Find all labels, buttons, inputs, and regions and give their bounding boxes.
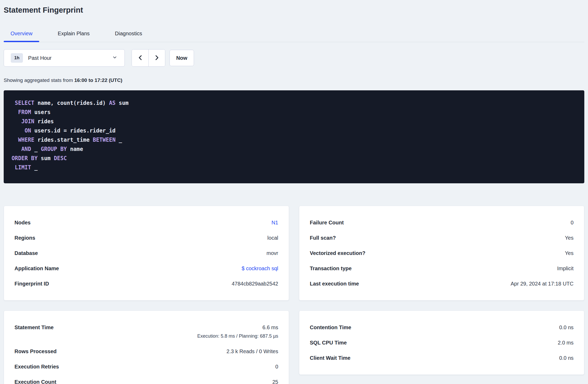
sql-line: SELECT name, count(rides.id) AS sum	[12, 99, 576, 108]
next-time-button[interactable]	[148, 50, 165, 66]
sql-keyword: WHERE	[18, 137, 34, 143]
sql-keyword: LIMIT	[15, 164, 31, 171]
wait-time-card: Contention Time0.0 nsSQL CPU Time2.0 msC…	[299, 311, 584, 375]
sql-token: rides	[34, 118, 54, 125]
stat-value: 2.0 ms	[558, 339, 574, 346]
time-range-badge: 1h	[11, 53, 23, 63]
sql-token: sum	[38, 155, 54, 161]
stat-label: Transaction type	[310, 265, 358, 272]
stat-label: Last execution time	[310, 280, 365, 287]
sql-line: FROM users	[12, 108, 576, 117]
tab-explain-plans[interactable]: Explain Plans	[51, 27, 96, 42]
stat-value: Yes	[565, 235, 574, 241]
time-range-label: Past Hour	[28, 55, 112, 61]
stat-value-link[interactable]: $ cockroach sql	[242, 265, 278, 272]
stat-label: Nodes	[14, 219, 37, 226]
stat-value: Yes	[565, 250, 574, 256]
sql-token	[12, 118, 21, 125]
stat-label: Fingerprint ID	[14, 280, 55, 287]
stat-row: Execution Count25	[14, 374, 278, 384]
sql-statement-box: SELECT name, count(rides.id) AS sum FROM…	[4, 90, 584, 183]
stat-label: Failure Count	[310, 219, 350, 226]
time-controls: 1h Past Hour	[4, 49, 584, 67]
sql-keyword: AS	[109, 100, 116, 106]
sql-token	[12, 146, 21, 152]
sql-keyword: AND	[21, 146, 31, 152]
stat-row: Rows Processed2.3 k Reads / 0 Writes	[14, 344, 278, 359]
time-pager	[132, 49, 165, 67]
stat-row: Execution Retries0	[14, 359, 278, 374]
tab-bar: OverviewExplain PlansDiagnostics	[4, 27, 584, 42]
stat-value: Apr 29, 2024 at 17:18 UTC	[511, 280, 574, 287]
stat-row: Failure Count0	[310, 215, 574, 230]
stat-row: Vectorized execution?Yes	[310, 245, 574, 261]
stat-value: 0.0 ns	[559, 324, 574, 331]
sql-keyword: FROM	[18, 109, 31, 115]
stat-row: Fingerprint ID4784cb829aab2542	[14, 276, 278, 291]
chevron-right-icon	[154, 55, 160, 62]
stat-label: Contention Time	[310, 324, 357, 331]
stat-row: Full scan?Yes	[310, 230, 574, 245]
stat-value: 0	[571, 219, 574, 226]
tab-diagnostics[interactable]: Diagnostics	[108, 27, 149, 42]
stat-value: Implicit	[557, 265, 574, 272]
stat-value: movr	[267, 250, 278, 256]
sql-token: _	[116, 137, 122, 143]
sql-keyword: GROUP BY	[41, 146, 67, 152]
stat-value: 4784cb829aab2542	[232, 280, 278, 287]
stat-label: Statement Time	[14, 324, 60, 331]
sql-keyword: SELECT	[15, 100, 34, 106]
sql-token: users.id = rides.rider_id	[31, 127, 116, 134]
stat-label: Database	[14, 250, 44, 256]
info-cards-row: NodesN1RegionslocalDatabasemovrApplicati…	[4, 206, 584, 301]
stat-label: Execution Count	[14, 379, 63, 384]
stat-label: Application Name	[14, 265, 65, 272]
stat-value: 25	[272, 379, 278, 384]
sql-token: users	[31, 109, 51, 115]
stats-line-prefix: Showing aggregated stats from	[4, 77, 74, 83]
sql-keyword: ON	[24, 127, 31, 134]
sql-token	[12, 100, 15, 106]
sql-token: _	[31, 146, 41, 152]
stats-line-range: 16:00 to 17:22 (UTC)	[74, 77, 122, 83]
stat-label: Client Wait Time	[310, 355, 357, 361]
sql-line: ON users.id = rides.rider_id	[12, 126, 576, 135]
stat-row: Regionslocal	[14, 230, 278, 245]
stat-row: Contention Time0.0 ns	[310, 320, 574, 335]
stat-label: Regions	[14, 235, 42, 241]
stat-row: Statement Time6.6 msExecution: 5.8 ms / …	[14, 320, 278, 344]
sql-token: _	[31, 164, 38, 171]
sql-line: JOIN rides	[12, 117, 576, 126]
previous-time-button[interactable]	[132, 50, 148, 66]
tab-overview[interactable]: Overview	[4, 27, 39, 42]
sql-keyword: JOIN	[21, 118, 34, 125]
stat-value: 0	[275, 363, 278, 370]
chevron-left-icon	[137, 55, 143, 62]
stat-label: Vectorized execution?	[310, 250, 372, 256]
sql-token	[12, 137, 18, 143]
aggregated-stats-line: Showing aggregated stats from 16:00 to 1…	[4, 77, 584, 83]
chevron-down-icon	[112, 55, 117, 61]
sql-token: rides.start_time	[34, 137, 93, 143]
sql-line: AND _ GROUP BY name	[12, 145, 576, 154]
statement-timing-card: Statement Time6.6 msExecution: 5.8 ms / …	[4, 311, 289, 384]
stat-subvalue: Execution: 5.8 ms / Planning: 687.5 µs	[197, 333, 278, 339]
stat-row: Client Wait Time0.0 ns	[310, 350, 574, 366]
sql-keyword: DESC	[54, 155, 67, 161]
page-title: Statement Fingerprint	[4, 0, 584, 15]
stat-row: NodesN1	[14, 215, 278, 230]
sql-token	[12, 164, 15, 171]
stat-value-link[interactable]: N1	[271, 219, 278, 226]
stat-row: Application Name$ cockroach sql	[14, 261, 278, 276]
stat-value: 0.0 ns	[559, 355, 574, 361]
stat-label: Rows Processed	[14, 348, 63, 355]
now-button[interactable]: Now	[170, 50, 194, 66]
stat-value: local	[267, 235, 278, 241]
timing-cards-row: Statement Time6.6 msExecution: 5.8 ms / …	[4, 311, 584, 384]
sql-token: name, count(rides.id)	[34, 100, 109, 106]
time-range-dropdown[interactable]: 1h Past Hour	[4, 49, 125, 67]
stat-label: SQL CPU Time	[310, 339, 353, 346]
sql-token	[12, 109, 18, 115]
sql-token: sum	[116, 100, 128, 106]
sql-line: ORDER BY sum DESC	[12, 154, 576, 163]
